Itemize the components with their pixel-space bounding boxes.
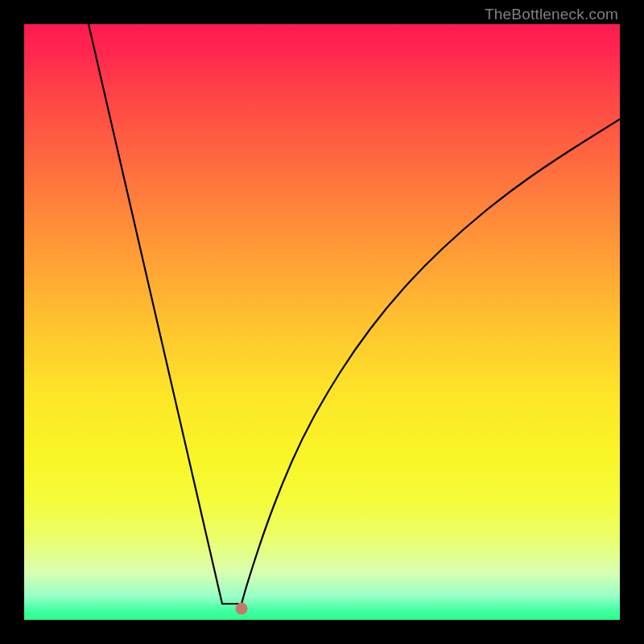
watermark-text: TheBottleneck.com <box>485 6 618 23</box>
chart-plot-area <box>24 24 620 620</box>
curve-path <box>89 24 620 604</box>
optimal-point-marker <box>235 603 247 615</box>
bottleneck-curve <box>24 24 620 620</box>
